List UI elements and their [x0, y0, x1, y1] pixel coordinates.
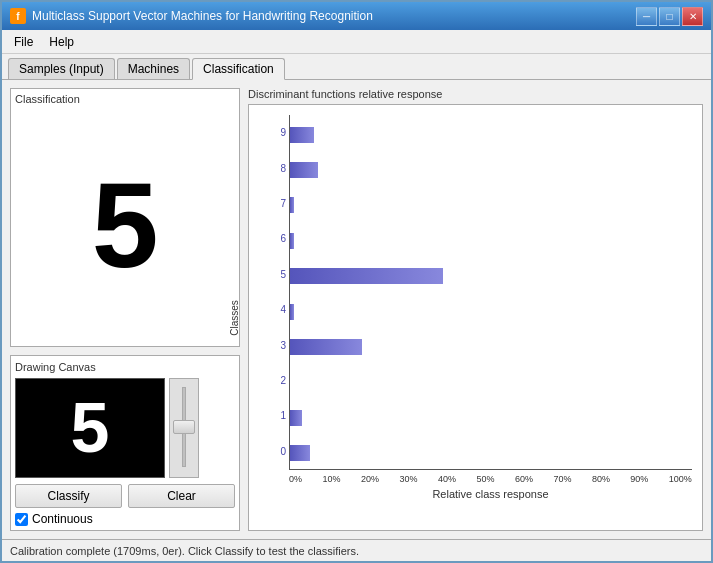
drawing-canvas-section: Drawing Canvas 5 Classify Clear Continu — [10, 355, 240, 531]
slider-thumb[interactable] — [173, 420, 195, 434]
bar-class-label: 7 — [262, 198, 286, 209]
bar-fill — [290, 339, 362, 355]
tab-classification[interactable]: Classification — [192, 58, 285, 80]
window-title: Multiclass Support Vector Machines for H… — [32, 9, 373, 23]
bar-class-label: 4 — [262, 304, 286, 315]
title-bar-left: f Multiclass Support Vector Machines for… — [10, 8, 373, 24]
bar-row: 3 — [290, 327, 692, 362]
clear-button[interactable]: Clear — [128, 484, 235, 508]
bar-fill — [290, 445, 310, 461]
tabs-bar: Samples (Input) Machines Classification — [2, 54, 711, 80]
slider-container — [169, 378, 199, 478]
chart-area: Classes 0123456789 0%10%20%30%40%50%60%7… — [248, 104, 703, 531]
bar-class-label: 1 — [262, 410, 286, 421]
main-window: f Multiclass Support Vector Machines for… — [0, 0, 713, 563]
x-axis-labels: 0%10%20%30%40%50%60%70%80%90%100% — [289, 474, 692, 484]
bar-class-label: 2 — [262, 375, 286, 386]
classify-button[interactable]: Classify — [15, 484, 122, 508]
bar-fill — [290, 304, 294, 320]
close-button[interactable]: ✕ — [682, 7, 703, 26]
drawing-canvas-label: Drawing Canvas — [15, 361, 96, 373]
bar-row: 6 — [290, 221, 692, 256]
checkbox-row: Continuous — [15, 512, 235, 526]
tab-samples-input[interactable]: Samples (Input) — [8, 58, 115, 79]
chart-inner: 0123456789 — [289, 115, 692, 470]
bar-fill — [290, 197, 294, 213]
bar-fill — [290, 410, 302, 426]
bar-row: 1 — [290, 398, 692, 433]
x-axis-label: 90% — [630, 474, 648, 484]
x-axis-label: 30% — [399, 474, 417, 484]
buttons-row: Classify Clear — [15, 484, 235, 508]
right-panel: Discriminant functions relative response… — [248, 88, 703, 531]
x-axis-title: Relative class response — [289, 488, 692, 500]
title-buttons: ─ □ ✕ — [636, 7, 703, 26]
canvas-container: 5 — [15, 378, 235, 478]
x-axis-label: 100% — [669, 474, 692, 484]
bar-class-label: 0 — [262, 446, 286, 457]
title-bar: f Multiclass Support Vector Machines for… — [2, 2, 711, 30]
x-axis-label: 80% — [592, 474, 610, 484]
classification-result: 5 — [15, 107, 235, 342]
bar-fill — [290, 127, 314, 143]
classification-box: Classification 5 — [10, 88, 240, 347]
maximize-button[interactable]: □ — [659, 7, 680, 26]
menu-bar: File Help — [2, 30, 711, 54]
x-axis-label: 60% — [515, 474, 533, 484]
bar-class-label: 8 — [262, 163, 286, 174]
continuous-checkbox[interactable] — [15, 513, 28, 526]
bar-class-label: 5 — [262, 269, 286, 280]
menu-help[interactable]: Help — [41, 33, 82, 51]
x-axis-label: 0% — [289, 474, 302, 484]
canvas-display[interactable]: 5 — [15, 378, 165, 478]
slider-track[interactable] — [182, 387, 186, 467]
menu-file[interactable]: File — [6, 33, 41, 51]
bar-row: 4 — [290, 292, 692, 327]
bar-class-label: 6 — [262, 233, 286, 244]
bar-row: 0 — [290, 434, 692, 469]
x-axis-label: 50% — [476, 474, 494, 484]
status-message: Calibration complete (1709ms, 0er). Clic… — [10, 545, 359, 557]
app-icon: f — [10, 8, 26, 24]
y-axis-title: Classes — [229, 300, 240, 336]
continuous-label: Continuous — [32, 512, 93, 526]
status-bar: Calibration complete (1709ms, 0er). Clic… — [2, 539, 711, 561]
bar-fill — [290, 268, 443, 284]
bar-class-label: 3 — [262, 340, 286, 351]
bar-row: 2 — [290, 363, 692, 398]
x-axis-label: 10% — [322, 474, 340, 484]
bar-row: 9 — [290, 115, 692, 150]
x-axis-label: 40% — [438, 474, 456, 484]
chart-title: Discriminant functions relative response — [248, 88, 703, 100]
x-axis-label: 70% — [553, 474, 571, 484]
classification-label: Classification — [15, 93, 235, 105]
tab-machines[interactable]: Machines — [117, 58, 190, 79]
bar-class-label: 9 — [262, 127, 286, 138]
bar-row: 8 — [290, 150, 692, 185]
minimize-button[interactable]: ─ — [636, 7, 657, 26]
left-panel: Classification 5 Drawing Canvas 5 Classi… — [10, 88, 240, 531]
bar-row: 7 — [290, 186, 692, 221]
x-axis-label: 20% — [361, 474, 379, 484]
bar-row: 5 — [290, 257, 692, 292]
bar-fill — [290, 233, 294, 249]
bar-fill — [290, 162, 318, 178]
content-area: Classification 5 Drawing Canvas 5 Classi… — [2, 80, 711, 539]
